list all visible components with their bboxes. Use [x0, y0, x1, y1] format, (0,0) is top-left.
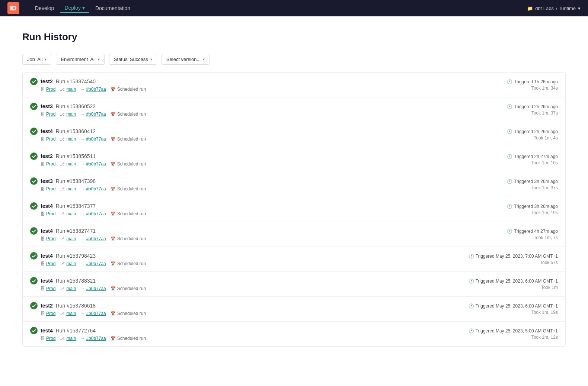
run-commit-link[interactable]: #b0b77aa	[86, 236, 106, 241]
run-commit-link[interactable]: #b0b77aa	[86, 261, 106, 266]
environment-filter[interactable]: Environment All ▾	[56, 54, 104, 65]
run-trigger: 📅 Scheduled run	[111, 161, 146, 167]
run-commit-link[interactable]: #b0b77aa	[86, 161, 106, 167]
run-item[interactable]: test2 Run #153874540 🗄 Prod ⎇ main → #b0…	[23, 73, 565, 97]
run-item[interactable]: test3 Run #153860522 🗄 Prod ⎇ main → #b0…	[23, 97, 565, 122]
branch-icon: ⎇	[60, 212, 65, 216]
run-left: test4 Run #153798423 🗄 Prod ⎇ main → #b0…	[30, 252, 146, 266]
run-item[interactable]: test4 Run #153788321 🗄 Prod ⎇ main → #b0…	[23, 272, 565, 297]
database-icon: 🗄	[41, 237, 45, 241]
run-env-link[interactable]: Prod	[46, 286, 55, 291]
run-top: test3 Run #153860522	[30, 103, 146, 110]
run-branch-link[interactable]: main	[66, 186, 76, 192]
run-item[interactable]: test4 Run #153772764 🗄 Prod ⎇ main → #b0…	[23, 322, 565, 346]
run-meta: 🗄 Prod ⎇ main → #b0b77aa 📅 Scheduled run	[30, 261, 146, 266]
clock-icon: 🕐	[469, 279, 474, 284]
run-top: test3 Run #153847398	[30, 177, 146, 185]
run-trigger-label: Scheduled run	[117, 236, 146, 241]
nav-deploy[interactable]: Deploy ▾	[60, 3, 89, 13]
run-item[interactable]: test3 Run #153847398 🗄 Prod ⎇ main → #b0…	[23, 172, 565, 197]
run-env-link[interactable]: Prod	[46, 211, 55, 216]
run-triggered-text: Triggered 3h 26m ago	[514, 204, 558, 209]
svg-point-1	[13, 7, 15, 9]
environment-filter-label: Environment	[61, 57, 88, 62]
run-branch-link[interactable]: main	[66, 286, 76, 291]
run-name: test4	[41, 228, 53, 234]
commit-arrow-icon: →	[80, 336, 84, 341]
run-triggered-text: Triggered 2h 26m ago	[514, 129, 558, 134]
run-branch-link[interactable]: main	[66, 87, 76, 92]
svg-point-5	[30, 152, 38, 160]
run-number: Run #153788321	[56, 278, 96, 284]
run-meta: 🗄 Prod ⎇ main → #b0b77aa 📅 Scheduled run	[30, 112, 146, 117]
run-right: 🕐 Triggered 3h 26m ago Took 1m, 37s	[507, 179, 558, 190]
navbar: Develop Deploy ▾ Documentation 📁 dbt Lab…	[0, 0, 588, 16]
run-top: test4 Run #153772764	[30, 327, 146, 334]
run-commit-link[interactable]: #b0b77aa	[86, 211, 106, 216]
run-commit-link[interactable]: #b0b77aa	[86, 311, 106, 316]
run-branch-link[interactable]: main	[66, 336, 76, 341]
run-commit-link[interactable]: #b0b77aa	[86, 286, 106, 291]
run-commit-link[interactable]: #b0b77aa	[86, 136, 106, 142]
svg-point-11	[30, 302, 38, 309]
run-name: test2	[41, 78, 53, 84]
run-env-link[interactable]: Prod	[46, 236, 55, 241]
run-commit: → #b0b77aa	[80, 336, 106, 341]
run-trigger: 📅 Scheduled run	[111, 87, 146, 92]
run-left: test4 Run #153847377 🗄 Prod ⎇ main → #b0…	[30, 202, 146, 216]
run-triggered-text: Triggered 1h 26m ago	[514, 79, 558, 84]
run-trigger-label: Scheduled run	[117, 336, 146, 341]
run-item[interactable]: test2 Run #153856511 🗄 Prod ⎇ main → #b0…	[23, 147, 565, 172]
run-commit-link[interactable]: #b0b77aa	[86, 87, 106, 92]
run-item[interactable]: test4 Run #153827471 🗄 Prod ⎇ main → #b0…	[23, 222, 565, 247]
run-item[interactable]: test4 Run #153860412 🗄 Prod ⎇ main → #b0…	[23, 122, 565, 147]
svg-point-3	[30, 103, 38, 110]
run-trigger-label: Scheduled run	[117, 311, 146, 316]
run-item[interactable]: test2 Run #153786618 🗄 Prod ⎇ main → #b0…	[23, 297, 565, 322]
run-branch: ⎇ main	[60, 286, 76, 291]
run-top: test4 Run #153788321	[30, 277, 146, 284]
database-icon: 🗄	[41, 261, 45, 266]
run-env-link[interactable]: Prod	[46, 112, 55, 117]
status-filter[interactable]: Status Success ▾	[109, 54, 157, 65]
run-branch-link[interactable]: main	[66, 136, 76, 142]
run-branch-link[interactable]: main	[66, 236, 76, 241]
run-env-link[interactable]: Prod	[46, 186, 55, 192]
run-env-link[interactable]: Prod	[46, 336, 55, 341]
run-branch-link[interactable]: main	[66, 261, 76, 266]
run-item[interactable]: test4 Run #153847377 🗄 Prod ⎇ main → #b0…	[23, 197, 565, 222]
run-env-link[interactable]: Prod	[46, 161, 55, 167]
run-branch: ⎇ main	[60, 161, 76, 167]
run-trigger-label: Scheduled run	[117, 112, 146, 117]
success-icon	[30, 103, 38, 110]
svg-point-8	[30, 227, 38, 235]
run-branch-link[interactable]: main	[66, 211, 76, 216]
svg-point-6	[30, 177, 38, 185]
run-env-link[interactable]: Prod	[46, 136, 55, 142]
run-trigger-label: Scheduled run	[117, 161, 146, 167]
job-filter[interactable]: Job All ▾	[22, 54, 51, 65]
brand-logo[interactable]	[7, 2, 19, 14]
run-env-link[interactable]: Prod	[46, 87, 55, 92]
run-commit-link[interactable]: #b0b77aa	[86, 336, 106, 341]
run-name: test2	[41, 153, 53, 159]
nav-documentation[interactable]: Documentation	[91, 4, 135, 13]
run-branch-link[interactable]: main	[66, 161, 76, 167]
run-branch-link[interactable]: main	[66, 311, 76, 316]
run-env-link[interactable]: Prod	[46, 311, 55, 316]
version-filter[interactable]: Select version... ▾	[162, 54, 210, 65]
nav-develop[interactable]: Develop	[31, 4, 58, 13]
run-commit: → #b0b77aa	[80, 311, 106, 316]
run-env-link[interactable]: Prod	[46, 261, 55, 266]
run-item[interactable]: test4 Run #153798423 🗄 Prod ⎇ main → #b0…	[23, 247, 565, 272]
run-number: Run #153827471	[56, 228, 96, 234]
workspace-info[interactable]: 📁 dbt Labs / runtime ▾	[527, 6, 581, 11]
job-chevron-icon: ▾	[45, 57, 47, 61]
run-branch-link[interactable]: main	[66, 112, 76, 117]
run-commit-link[interactable]: #b0b77aa	[86, 112, 106, 117]
page-title: Run History	[22, 31, 566, 43]
run-number: Run #153772764	[56, 328, 96, 334]
commit-arrow-icon: →	[80, 87, 84, 91]
run-right: 🕐 Triggered 1h 26m ago Took 1m, 34s	[507, 79, 558, 91]
run-commit-link[interactable]: #b0b77aa	[86, 186, 106, 192]
